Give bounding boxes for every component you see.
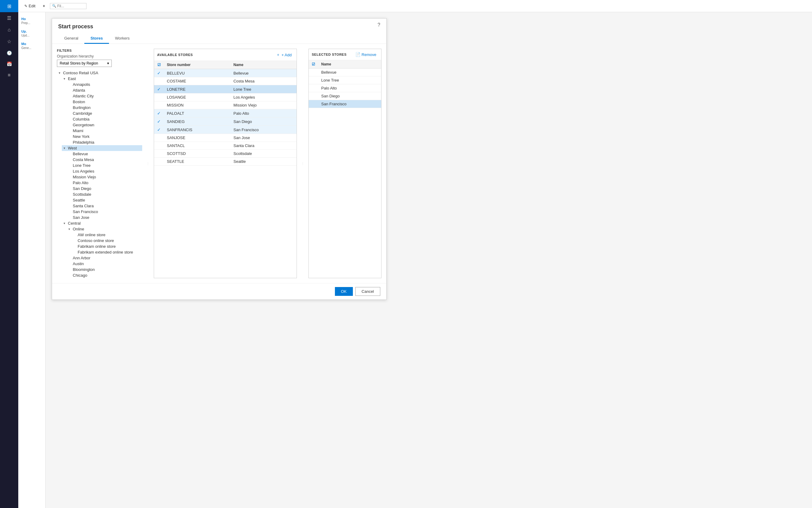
tree-leaf-fabrikam-extended[interactable]: Fabrikam extended online store [72, 249, 142, 255]
available-store-row[interactable]: COSTAME Costa Mesa [154, 77, 296, 85]
tree-leaf-san-diego[interactable]: San Diego [67, 186, 142, 192]
search-input[interactable] [57, 4, 84, 8]
selected-row-name: Palo Alto [318, 84, 381, 92]
tree-root-label[interactable]: ▼ Contoso Retail USA [57, 70, 142, 76]
dialog-title: Start process [58, 24, 380, 30]
tree-leaf-san-francisco[interactable]: San Francisco [67, 209, 142, 215]
tree-leaf-atlanta[interactable]: Atlanta [67, 87, 142, 93]
row-checkbox-cell[interactable]: ✓ [154, 109, 164, 118]
tree-leaf-aw-online[interactable]: AW online store [72, 232, 142, 238]
tree-leaf-annapolis[interactable]: Annapolis [67, 82, 142, 87]
tree-leaf-scottsdale[interactable]: Scottsdale [67, 192, 142, 197]
tree-leaf-georgetown[interactable]: Georgetown [67, 122, 142, 128]
tree-leaf-contoso-online[interactable]: Contoso online store [72, 238, 142, 244]
add-stores-button[interactable]: ＋ + Add [274, 51, 293, 58]
header-checkbox[interactable]: ☑ [157, 63, 161, 67]
tree-leaf-san-jose[interactable]: San Jose [67, 215, 142, 220]
available-store-row[interactable]: SEATTLE Seattle [154, 158, 296, 166]
tree-leaf-bloomington[interactable]: Bloomington [67, 267, 142, 272]
tree-leaf-palo-alto[interactable]: Palo Alto [67, 180, 142, 186]
row-checkbox-cell[interactable]: ✓ [154, 126, 164, 134]
tree-online-label[interactable]: ▼ Online [67, 226, 142, 232]
tree-leaf-austin[interactable]: Austin [67, 261, 142, 267]
selected-store-row[interactable]: Lone Tree [309, 76, 381, 84]
row-checkbox-cell[interactable]: ✓ [154, 69, 164, 77]
row-checkbox-cell[interactable]: ✓ [154, 118, 164, 126]
drag-handle-right[interactable]: ⋮ [302, 49, 303, 278]
row-checkbox-cell[interactable] [154, 101, 164, 109]
tree-leaf-columbia[interactable]: Columbia [67, 116, 142, 122]
sidebar-home-icon[interactable]: ⌂ [0, 24, 18, 36]
left-panel-item-1[interactable]: Ho Prep... [18, 14, 45, 27]
add-button[interactable]: + [40, 2, 47, 9]
tab-general[interactable]: General [58, 34, 84, 44]
tree-leaf-miami[interactable]: Miami [67, 128, 142, 134]
available-store-row[interactable]: ✓ SANDIEG San Diego [154, 118, 296, 126]
sidebar-star-icon[interactable]: ☆ [0, 36, 18, 47]
tree-leaf-mission-viejo[interactable]: Mission Viejo [67, 174, 142, 180]
row-checkbox-cell[interactable] [154, 93, 164, 101]
row-checkbox-cell[interactable] [154, 150, 164, 158]
row-checkbox-cell[interactable] [154, 158, 164, 166]
tree-region-central-label[interactable]: ▼ Central [62, 220, 142, 226]
available-store-row[interactable]: SANJOSE San Jose [154, 134, 296, 142]
tree-leaf-los-angeles[interactable]: Los Angeles [67, 168, 142, 174]
available-store-row[interactable]: ✓ SANFRANCIS San Francisco [154, 126, 296, 134]
tree-leaf-chicago[interactable]: Chicago [67, 272, 142, 278]
remove-stores-button[interactable]: 📄 Remove [354, 51, 378, 57]
drag-handle-left[interactable]: ⋮ [147, 49, 149, 278]
edit-button[interactable]: ✎ Edit [22, 2, 38, 9]
edit-icon: ✎ [24, 4, 28, 8]
main-area: ✎ Edit + 🔍 Ho Prep... Up. Upd... Mo Gene… [18, 0, 812, 508]
row-store-name: San Jose [231, 134, 296, 142]
row-checkbox-cell[interactable] [154, 142, 164, 150]
tree-leaf-burlington[interactable]: Burlington [67, 105, 142, 111]
left-panel-item-2[interactable]: Up. Upd... [18, 27, 45, 40]
selected-row-check [309, 92, 318, 100]
tree-region-west-label[interactable]: ▼ West [62, 145, 142, 151]
tab-workers[interactable]: Workers [109, 34, 136, 44]
tree-leaf-ann-arbor[interactable]: Ann Arbor [67, 255, 142, 261]
row-checkbox-cell[interactable] [154, 134, 164, 142]
tree-leaf-lone-tree[interactable]: Lone Tree [67, 163, 142, 168]
tree-leaf-philadelphia[interactable]: Philadelphia [67, 139, 142, 145]
sidebar-clock-icon[interactable]: 🕐 [0, 47, 18, 58]
sidebar-list-icon[interactable]: ≡ [0, 70, 18, 81]
sidebar-menu-icon[interactable]: ☰ [0, 12, 18, 24]
tree-region-east-label[interactable]: ▼ East [62, 76, 142, 82]
row-checkbox-cell[interactable] [154, 77, 164, 85]
help-icon[interactable]: ? [377, 22, 380, 28]
sidebar: ⊞ ☰ ⌂ ☆ 🕐 📅 ≡ [0, 0, 18, 508]
available-store-row[interactable]: ✓ LONETRE Lone Tree [154, 85, 296, 93]
available-store-row[interactable]: ✓ PALOALT Palo Alto [154, 109, 296, 118]
available-store-row[interactable]: SANTACL Santa Clara [154, 142, 296, 150]
tab-stores[interactable]: Stores [84, 34, 109, 44]
selected-store-row[interactable]: Palo Alto [309, 84, 381, 92]
left-panel-item-3[interactable]: Mo Gene... [18, 40, 45, 52]
tree-leaf-santa-clara[interactable]: Santa Clara [67, 203, 142, 209]
row-store-name: Scottsdale [231, 150, 296, 158]
row-checkbox-cell[interactable]: ✓ [154, 85, 164, 93]
org-hierarchy-dropdown[interactable]: Retail Stores by Region ▾ [57, 60, 112, 67]
tree-leaf-bellevue[interactable]: Bellevue [67, 151, 142, 157]
tree-leaf-fabrikam-online[interactable]: Fabrikam online store [72, 244, 142, 249]
available-store-row[interactable]: SCOTTSD Scottsdale [154, 150, 296, 158]
cancel-button[interactable]: Cancel [355, 287, 380, 296]
tree-leaf-atlantic-city[interactable]: Atlantic City [67, 93, 142, 99]
ok-button[interactable]: OK [335, 287, 353, 296]
sidebar-calendar-icon[interactable]: 📅 [0, 58, 18, 70]
available-store-row[interactable]: MISSION Mission Viejo [154, 101, 296, 109]
selected-store-row[interactable]: San Francisco [309, 100, 381, 108]
tree-leaf-new-york[interactable]: New York [67, 134, 142, 139]
remove-icon: 📄 [355, 52, 361, 57]
tree-leaf-cambridge[interactable]: Cambridge [67, 111, 142, 116]
available-store-row[interactable]: LOSANGE Los Angeles [154, 93, 296, 101]
selected-store-row[interactable]: San Diego [309, 92, 381, 100]
online-children: AW online store Contoso online store Fab… [72, 232, 142, 255]
row-store-number: SCOTTSD [164, 150, 231, 158]
tree-leaf-boston[interactable]: Boston [67, 99, 142, 105]
selected-store-row[interactable]: Bellevue [309, 69, 381, 76]
available-store-row[interactable]: ✓ BELLEVU Bellevue [154, 69, 296, 77]
tree-leaf-seattle[interactable]: Seattle [67, 197, 142, 203]
tree-leaf-costa-mesa[interactable]: Costa Mesa [67, 157, 142, 163]
